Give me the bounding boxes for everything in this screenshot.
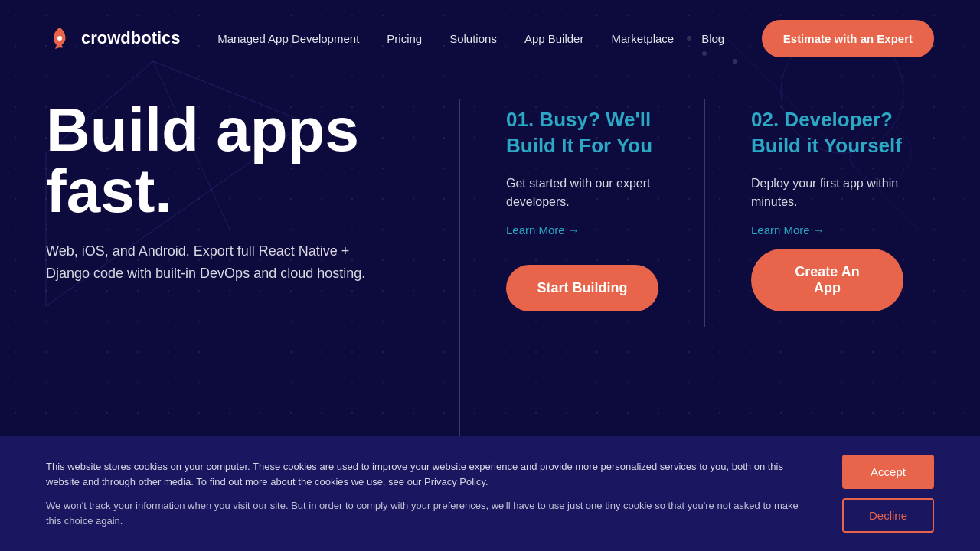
panel-developer: 02. Developer? Build it Yourself Deploy … (720, 99, 934, 327)
panel2-learn-more[interactable]: Learn More → (751, 223, 903, 236)
estimate-button[interactable]: Estimate with an Expert (762, 20, 934, 57)
panel1-learn-more[interactable]: Learn More → (506, 223, 658, 236)
cookie-banner: This website stores cookies on your comp… (0, 436, 980, 551)
brand-name: crowdbotics (81, 28, 181, 48)
hero-title: Build apps fast. (46, 99, 413, 222)
create-app-button[interactable]: Create An App (751, 249, 903, 311)
panel2-description: Deploy your first app within minutes. (751, 174, 903, 211)
vertical-divider (459, 99, 460, 444)
panel2-title: 02. Developer? Build it Yourself (751, 107, 903, 159)
nav-app-builder[interactable]: App Builder (524, 32, 584, 45)
right-panels: 01. Busy? We'll Build It For You Get sta… (475, 99, 934, 327)
panel1-description: Get started with our expert developers. (506, 174, 658, 211)
panel1-title: 01. Busy? We'll Build It For You (506, 107, 658, 159)
decline-button[interactable]: Decline (842, 498, 934, 533)
start-building-button[interactable]: Start Building (506, 265, 658, 311)
cookie-main-text: This website stores cookies on your comp… (46, 459, 812, 489)
logo[interactable]: crowdbotics (46, 24, 181, 52)
main-nav: Managed App Development Pricing Solution… (217, 32, 724, 45)
rocket-icon (46, 24, 74, 52)
cookie-buttons: Accept Decline (842, 455, 934, 533)
panel-divider (704, 99, 705, 327)
cookie-secondary-text: We won't track your information when you… (46, 498, 812, 528)
nav-marketplace[interactable]: Marketplace (611, 32, 674, 45)
nav-pricing[interactable]: Pricing (387, 32, 422, 45)
main-content: Build apps fast. Web, iOS, and Android. … (0, 77, 980, 444)
nav-managed-app[interactable]: Managed App Development (217, 32, 359, 45)
nav-blog[interactable]: Blog (701, 32, 724, 45)
hero-subtitle: Web, iOS, and Android. Export full React… (46, 240, 368, 285)
accept-button[interactable]: Accept (842, 455, 934, 489)
svg-point-12 (57, 36, 62, 41)
panel-managed: 01. Busy? We'll Build It For You Get sta… (475, 99, 689, 327)
header: crowdbotics Managed App Development Pric… (0, 0, 980, 77)
nav-solutions[interactable]: Solutions (449, 32, 497, 45)
hero-section: Build apps fast. Web, iOS, and Android. … (46, 99, 444, 285)
cookie-text-section: This website stores cookies on your comp… (46, 459, 812, 528)
